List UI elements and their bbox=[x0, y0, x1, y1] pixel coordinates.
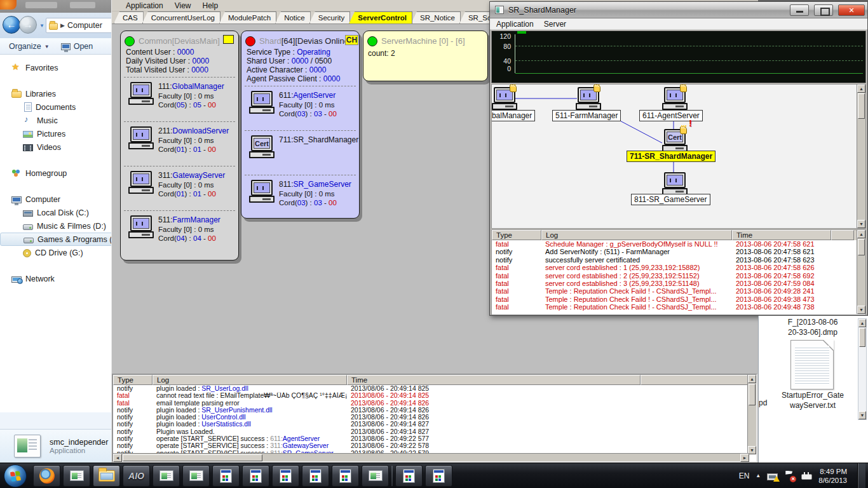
dump-file-name-line2[interactable]: 20-33-06].dmp bbox=[771, 328, 854, 337]
network-warning-icon[interactable] bbox=[767, 473, 778, 480]
scroll-down-icon[interactable]: ▼ bbox=[857, 220, 865, 228]
server-item[interactable]: 611:AgentServerFaculty [0] : 0 msCord(03… bbox=[245, 86, 356, 130]
sidebar-item-documents[interactable]: Documents bbox=[0, 100, 116, 114]
table-row[interactable]: fatalserver cord established : 1 (25,99,… bbox=[492, 264, 865, 271]
table-row[interactable]: fatalserver cord established : 3 (25,99,… bbox=[492, 280, 865, 287]
node-label-shardmanager-selected[interactable]: 711-SR_ShardManager bbox=[627, 151, 715, 162]
show-desktop-button[interactable] bbox=[857, 463, 865, 488]
table-row[interactable]: fatalTemple : Reputation Check Faild ! -… bbox=[492, 287, 865, 295]
computer-icon[interactable] bbox=[662, 172, 688, 196]
action-center-icon[interactable]: ✕ bbox=[784, 471, 795, 481]
taskbar-button-window[interactable] bbox=[362, 465, 389, 487]
sidebar-item-network[interactable]: Network bbox=[0, 272, 116, 285]
taskbar-button-window[interactable] bbox=[63, 465, 90, 487]
sidebar-item-homegroup[interactable]: Homegroup bbox=[0, 166, 116, 180]
taskbar-button-firefox[interactable] bbox=[33, 465, 60, 487]
back-button[interactable]: ← bbox=[3, 16, 20, 34]
startup-error-file-line2[interactable]: wayServer.txt bbox=[770, 401, 855, 410]
log-vertical-scrollbar[interactable]: ▲ ▼ bbox=[857, 230, 865, 314]
table-row[interactable]: notifyPlugin was Loaded.2013/08/06 - 20:… bbox=[113, 428, 756, 435]
server-item[interactable]: 211:DownloadServerFaculty [0] : 0 msCord… bbox=[124, 121, 235, 166]
table-row[interactable]: notifyplugin loaded : SR_UserLog.dll2013… bbox=[113, 385, 756, 392]
scroll-up-icon[interactable]: ▲ bbox=[858, 319, 866, 327]
column-header-type[interactable]: Type bbox=[113, 375, 153, 385]
taskbar-button-doc[interactable] bbox=[242, 465, 269, 487]
scrollbar-thumb[interactable] bbox=[859, 328, 865, 347]
table-row[interactable]: notifyAdd ServerNotify : (511) - FarmMan… bbox=[492, 248, 865, 255]
menu-item-application[interactable]: Application bbox=[121, 1, 168, 11]
table-row[interactable]: fatalserver cord established : 2 (25,99,… bbox=[492, 272, 865, 280]
maximize-button[interactable] bbox=[814, 4, 833, 16]
taskbar-button-doc[interactable] bbox=[212, 465, 240, 487]
start-button[interactable] bbox=[4, 464, 27, 487]
menu-item-server[interactable]: Server bbox=[543, 19, 573, 29]
table-row[interactable]: notifysuccessfully server certificated20… bbox=[492, 256, 865, 264]
sidebar-item-libraries[interactable]: Libraries bbox=[0, 87, 116, 100]
tab-sr_notice[interactable]: SR_Notice bbox=[411, 11, 461, 24]
sidebar-item-music-filmes-d-[interactable]: Music & Filmes (D:) bbox=[0, 219, 116, 233]
minimize-button[interactable] bbox=[790, 4, 809, 16]
log-vertical-scrollbar[interactable]: ▲ ▼ bbox=[747, 375, 756, 454]
tab-servercontrol[interactable]: ServerControl bbox=[349, 11, 412, 24]
scroll-right-icon[interactable]: ► bbox=[740, 454, 749, 462]
scroll-up-icon[interactable]: ▲ bbox=[748, 375, 756, 383]
sidebar-item-videos[interactable]: Videos bbox=[0, 140, 116, 154]
close-button[interactable]: ✕ bbox=[838, 4, 865, 16]
node-label-gameserver[interactable]: 811-SR_GameServer bbox=[631, 194, 710, 205]
table-row[interactable]: fatalTemple : Reputation Check Faild ! -… bbox=[492, 303, 865, 311]
sidebar-item-pictures[interactable]: Pictures bbox=[0, 127, 116, 140]
server-item[interactable]: Cert711:SR_ShardManager bbox=[245, 130, 356, 175]
channel-badge[interactable]: CH bbox=[345, 35, 358, 45]
column-header-log[interactable]: Log bbox=[153, 375, 347, 385]
tab-modulepatch[interactable]: ModulePatch bbox=[219, 11, 276, 24]
table-row[interactable]: notifyplugin loaded : UserStatistics.dll… bbox=[113, 421, 756, 428]
scroll-up-icon[interactable]: ▲ bbox=[857, 230, 865, 238]
tab-notice[interactable]: Notice bbox=[275, 11, 311, 24]
taskbar-button-doc[interactable] bbox=[395, 465, 423, 487]
tab-cas[interactable]: CAS bbox=[114, 11, 144, 24]
shard-title-bar[interactable]: SR_ShardManager ✕ bbox=[490, 2, 867, 18]
table-row[interactable]: notifyplugin loaded : SR_UserPunishment.… bbox=[113, 407, 756, 414]
column-header-type[interactable]: Type bbox=[492, 230, 541, 240]
tab-concurrentuserlog[interactable]: ConcurrentUserLog bbox=[142, 11, 220, 24]
power-plug-icon[interactable] bbox=[801, 474, 812, 480]
sidebar-item-favorites[interactable]: Favorites bbox=[0, 61, 116, 74]
organize-button[interactable]: Organize ▼ bbox=[9, 42, 50, 51]
table-row[interactable]: fatalemail template parsing error2013/08… bbox=[113, 400, 756, 407]
table-row[interactable]: fatalSchedule Manager : g_pServerBodyOfM… bbox=[492, 240, 865, 248]
startup-error-file-line1[interactable]: StartupError_Gate bbox=[770, 391, 855, 400]
scroll-up-icon[interactable]: ▲ bbox=[857, 85, 865, 93]
scroll-left-icon[interactable]: ◄ bbox=[113, 454, 122, 462]
server-item[interactable]: 511:FarmManagerFaculty [0] : 0 msCord(04… bbox=[124, 210, 235, 255]
breadcrumb-item[interactable]: Computer bbox=[67, 21, 102, 30]
column-header-log[interactable]: Log bbox=[541, 230, 732, 240]
breadcrumb[interactable]: ▶ Computer bbox=[46, 18, 116, 33]
sidebar-item-local-disk-c-[interactable]: Local Disk (C:) bbox=[0, 206, 116, 219]
taskbar-button-folder[interactable] bbox=[93, 465, 120, 487]
table-row[interactable]: fatalTemple : Reputation Check Faild ! -… bbox=[492, 295, 865, 303]
sidebar-item-computer[interactable]: Computer bbox=[0, 193, 116, 206]
diagram-vertical-scrollbar[interactable]: ▲ ▼ bbox=[857, 85, 865, 228]
server-item[interactable]: 811:SR_GameServerFaculty [0] : 0 msCord(… bbox=[245, 175, 356, 219]
scrollbar-thumb[interactable] bbox=[858, 239, 865, 255]
scroll-down-icon[interactable]: ▼ bbox=[857, 306, 865, 314]
clock[interactable]: 8:49 PM 8/6/2013 bbox=[818, 467, 851, 485]
server-item[interactable]: 111:GlobalManagerFaculty [0] : 0 msCord(… bbox=[124, 77, 235, 121]
node-label-globalmanager[interactable]: 111-GlobalManager bbox=[491, 110, 535, 121]
scroll-down-icon[interactable]: ▼ bbox=[858, 411, 866, 419]
table-row[interactable]: fatalcannot read text file : EMailTempla… bbox=[113, 392, 756, 399]
taskbar-button-aio[interactable]: AIO bbox=[123, 465, 150, 487]
taskbar-button-doc[interactable] bbox=[302, 465, 329, 487]
forward-button[interactable]: → bbox=[19, 16, 37, 34]
table-row[interactable]: notifyplugin loaded : UserControl.dll201… bbox=[113, 414, 756, 421]
scrollbar-thumb[interactable] bbox=[749, 384, 756, 405]
tray-expand-icon[interactable]: ▲ bbox=[756, 473, 761, 478]
sidebar-item-cd-drive-g-[interactable]: CD Drive (G:) bbox=[0, 246, 116, 259]
yellow-badge[interactable] bbox=[223, 35, 234, 44]
menu-item-view[interactable]: View bbox=[170, 1, 196, 11]
open-button[interactable]: Open bbox=[61, 42, 93, 51]
scrollbar-thumb[interactable] bbox=[858, 93, 865, 119]
taskbar-button-doc[interactable] bbox=[272, 465, 299, 487]
menu-item-help[interactable]: Help bbox=[198, 1, 224, 11]
scrollbar-thumb[interactable] bbox=[123, 454, 262, 461]
